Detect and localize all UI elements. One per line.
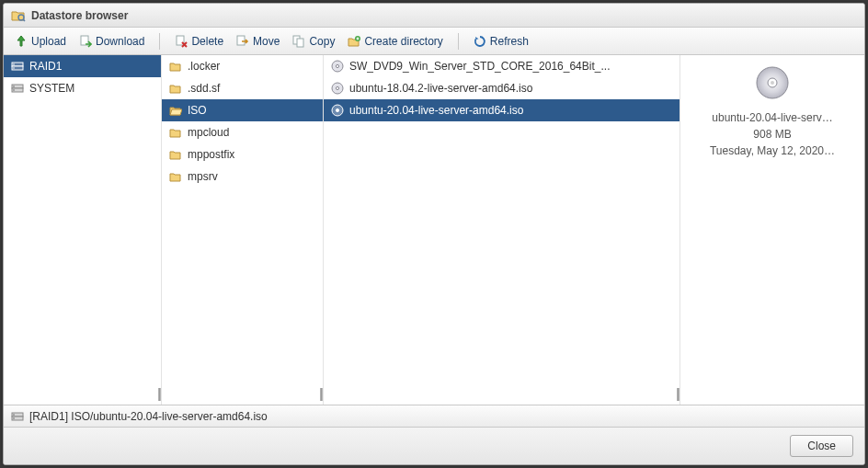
disc-icon xyxy=(331,104,344,117)
folder-item[interactable]: ISO xyxy=(162,99,323,121)
svg-rect-6 xyxy=(297,39,303,47)
disc-icon xyxy=(331,60,344,73)
toolbar-separator xyxy=(458,33,459,50)
folder-icon xyxy=(169,148,182,161)
folder-name: mpcloud xyxy=(188,126,229,139)
folder-item[interactable]: mpcloud xyxy=(162,121,323,143)
refresh-icon xyxy=(474,35,486,48)
datastore-item[interactable]: RAID1 xyxy=(4,55,161,77)
folder-item[interactable]: mpsrv xyxy=(162,166,323,188)
folder-item[interactable]: .locker xyxy=(162,55,323,77)
folder-item[interactable]: mppostfix xyxy=(162,143,323,166)
svg-line-1 xyxy=(23,19,25,21)
resize-handle[interactable]: ||| xyxy=(676,386,678,401)
refresh-label: Refresh xyxy=(490,35,529,48)
download-label: Download xyxy=(96,35,144,48)
folder-icon xyxy=(169,104,182,117)
toolbar-separator xyxy=(159,33,160,50)
folder-name: .locker xyxy=(188,60,220,73)
close-button[interactable]: Close xyxy=(790,435,853,457)
window-title: Datastore browser xyxy=(31,9,128,22)
datastore-item[interactable]: SYSTEM xyxy=(4,77,161,99)
folder-name: mpsrv xyxy=(188,170,218,183)
move-label: Move xyxy=(253,35,280,48)
file-name: ubuntu-18.04.2-live-server-amd64.iso xyxy=(349,82,532,95)
create-directory-label: Create directory xyxy=(364,35,442,48)
file-name: SW_DVD9_Win_Server_STD_CORE_2016_64Bit_.… xyxy=(349,60,610,73)
svg-point-24 xyxy=(771,81,774,85)
resize-handle[interactable]: ||| xyxy=(157,386,159,401)
datastore-icon xyxy=(11,410,24,423)
file-name: ubuntu-20.04-live-server-amd64.iso xyxy=(349,104,523,117)
folder-icon xyxy=(169,170,182,183)
copy-button[interactable]: Copy xyxy=(289,33,338,50)
svg-rect-4 xyxy=(237,36,245,45)
datastore-column: RAID1SYSTEM ||| xyxy=(4,55,162,405)
datastore-browser-window: Datastore browser Upload Download xyxy=(3,3,865,465)
svg-point-11 xyxy=(13,67,15,69)
create-directory-icon xyxy=(348,35,360,48)
folder-icon xyxy=(169,126,182,139)
statusbar: [RAID1] ISO/ubuntu-20.04-live-server-amd… xyxy=(4,405,864,428)
delete-label: Delete xyxy=(191,35,223,48)
move-icon xyxy=(236,35,249,48)
folder-icon xyxy=(169,60,182,73)
preview-filedate: Tuesday, May 12, 2020… xyxy=(680,144,864,157)
folder-column: .locker.sdd.sfISOmpcloudmppostfixmpsrv |… xyxy=(162,55,324,405)
create-directory-button[interactable]: Create directory xyxy=(344,33,446,50)
delete-button[interactable]: Delete xyxy=(171,33,227,50)
svg-point-21 xyxy=(336,108,338,111)
upload-label: Upload xyxy=(31,35,66,48)
status-path: [RAID1] ISO/ubuntu-20.04-live-server-amd… xyxy=(29,410,268,423)
svg-point-10 xyxy=(13,63,15,65)
file-column: SW_DVD9_Win_Server_STD_CORE_2016_64Bit_.… xyxy=(324,55,680,405)
toolbar: Upload Download Delete xyxy=(4,28,864,55)
folder-search-icon xyxy=(11,8,26,23)
svg-point-15 xyxy=(13,89,15,91)
refresh-button[interactable]: Refresh xyxy=(470,33,532,50)
folder-name: .sdd.sf xyxy=(188,82,220,95)
preview-filesize: 908 MB xyxy=(680,128,864,141)
preview-filename: ubuntu-20.04-live-serv… xyxy=(680,111,864,124)
copy-label: Copy xyxy=(309,35,335,48)
folder-name: mppostfix xyxy=(188,148,234,161)
file-item[interactable]: ubuntu-18.04.2-live-server-amd64.iso xyxy=(324,77,680,99)
datastore-icon xyxy=(11,82,24,95)
datastore-icon xyxy=(11,60,24,73)
resize-handle[interactable]: ||| xyxy=(319,386,321,401)
disc-icon xyxy=(331,82,344,95)
folder-item[interactable]: .sdd.sf xyxy=(162,77,323,99)
svg-point-17 xyxy=(336,64,338,67)
folder-icon xyxy=(169,82,182,95)
file-item[interactable]: SW_DVD9_Win_Server_STD_CORE_2016_64Bit_.… xyxy=(324,55,680,77)
preview-column: ubuntu-20.04-live-serv… 908 MB Tuesday, … xyxy=(680,55,864,405)
svg-point-28 xyxy=(13,417,15,419)
delete-icon xyxy=(175,35,188,48)
disc-large-icon xyxy=(754,64,791,101)
upload-icon xyxy=(15,35,28,48)
datastore-name: SYSTEM xyxy=(29,82,74,95)
titlebar: Datastore browser xyxy=(4,4,864,28)
download-icon xyxy=(79,35,92,48)
svg-point-19 xyxy=(336,86,338,89)
datastore-name: RAID1 xyxy=(29,60,62,73)
svg-point-27 xyxy=(13,414,15,416)
download-button[interactable]: Download xyxy=(75,33,148,50)
browser-body: RAID1SYSTEM ||| .locker.sdd.sfISOmpcloud… xyxy=(4,55,864,405)
copy-icon xyxy=(292,35,305,48)
upload-button[interactable]: Upload xyxy=(11,33,70,50)
svg-point-14 xyxy=(13,86,15,87)
file-item[interactable]: ubuntu-20.04-live-server-amd64.iso xyxy=(324,99,680,121)
footer: Close xyxy=(4,428,864,464)
folder-name: ISO xyxy=(188,104,207,117)
move-button[interactable]: Move xyxy=(233,33,283,50)
